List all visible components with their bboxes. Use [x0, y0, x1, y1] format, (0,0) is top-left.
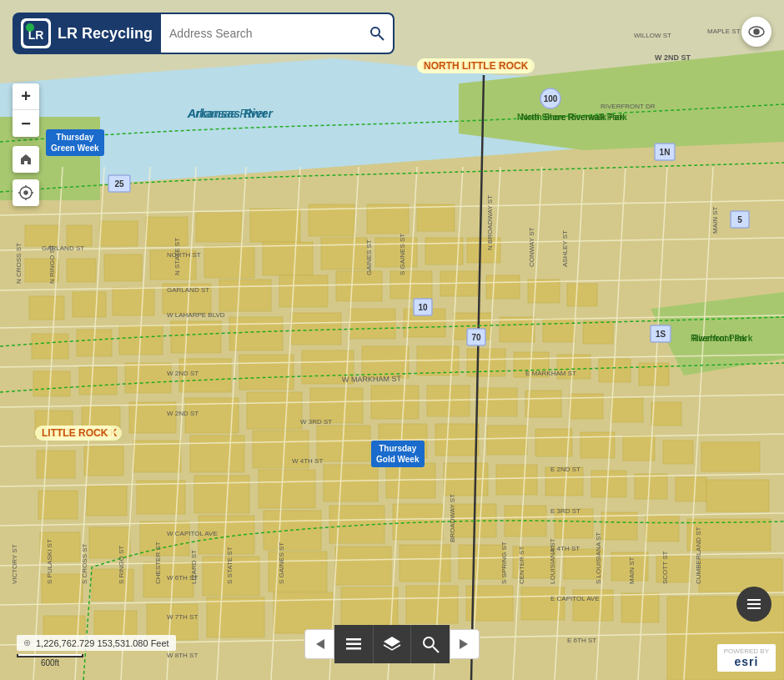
svg-rect-94	[259, 470, 315, 508]
svg-rect-10	[146, 217, 188, 246]
svg-text:10: 10	[418, 303, 428, 312]
toolbar-list-button[interactable]	[334, 625, 373, 663]
search-area[interactable]	[161, 13, 395, 54]
svg-rect-102	[676, 477, 706, 501]
visibility-button[interactable]	[741, 17, 771, 47]
svg-rect-56	[362, 346, 409, 378]
zoom-in-button[interactable]: +	[13, 83, 39, 110]
gold-week-badge: ThursdayGold Week	[371, 441, 425, 467]
svg-rect-91	[87, 486, 127, 516]
toolbar-search-button[interactable]	[411, 625, 450, 663]
svg-rect-22	[321, 238, 367, 269]
svg-rect-79	[190, 436, 244, 472]
svg-rect-31	[279, 275, 328, 307]
svg-rect-98	[496, 465, 537, 495]
svg-rect-63	[35, 411, 73, 437]
svg-rect-49	[583, 321, 613, 344]
svg-rect-250	[346, 643, 361, 646]
svg-rect-48	[543, 319, 575, 342]
svg-text:CHESTER ST: CHESTER ST	[154, 541, 162, 584]
svg-rect-85	[535, 429, 572, 456]
svg-marker-252	[384, 637, 400, 647]
search-button[interactable]	[369, 26, 384, 41]
svg-rect-115	[646, 516, 679, 541]
svg-text:E 6TH ST: E 6TH ST	[567, 637, 596, 644]
svg-rect-51	[79, 367, 117, 395]
svg-rect-78	[133, 441, 181, 472]
svg-rect-36	[528, 280, 560, 303]
svg-text:S LOUISIANA ST: S LOUISIANA ST	[595, 532, 602, 584]
svg-rect-26	[29, 296, 64, 320]
svg-rect-140	[621, 593, 659, 622]
svg-line-254	[433, 647, 439, 652]
svg-text:W LAHARPE BLVD: W LAHARPE BLVD	[167, 311, 225, 319]
svg-text:100: 100	[544, 94, 558, 103]
zoom-out-button[interactable]: −	[13, 110, 39, 137]
svg-marker-248	[316, 639, 324, 649]
scale-bar: 600ft	[17, 654, 83, 667]
svg-text:S RINGO ST: S RINGO ST	[118, 546, 125, 584]
svg-text:MAPLE ST: MAPLE ST	[707, 28, 741, 35]
svg-rect-247	[747, 607, 761, 609]
header: LR LR Recycling	[13, 13, 395, 54]
svg-rect-133	[207, 597, 264, 637]
search-input[interactable]	[169, 27, 369, 40]
svg-rect-44	[349, 309, 395, 339]
svg-text:5: 5	[737, 215, 742, 224]
home-button[interactable]	[13, 146, 39, 173]
svg-rect-122	[335, 547, 391, 585]
location-button[interactable]	[13, 179, 39, 206]
svg-rect-32	[336, 271, 382, 301]
svg-rect-50	[33, 371, 70, 396]
svg-text:N STATE ST: N STATE ST	[173, 238, 181, 275]
svg-text:MAIN ST: MAIN ST	[628, 557, 636, 584]
svg-rect-8	[67, 225, 92, 246]
toolbar-layers-button[interactable]	[373, 625, 411, 663]
list-icon-button[interactable]	[736, 587, 771, 622]
svg-text:GAINES ST: GAINES ST	[365, 239, 373, 275]
svg-text:1S: 1S	[656, 330, 666, 339]
svg-text:E 3RD ST: E 3RD ST	[550, 507, 580, 515]
svg-text:E MARKHAM ST: E MARKHAM ST	[525, 370, 576, 377]
svg-text:SCOTT ST: SCOTT ST	[661, 551, 669, 584]
svg-point-238	[24, 191, 28, 194]
svg-rect-30	[219, 280, 271, 311]
svg-rect-136	[406, 586, 458, 623]
svg-point-235	[371, 28, 379, 36]
svg-text:CENTER ST: CENTER ST	[518, 547, 525, 584]
map-container[interactable]: 100 10 70 1N 1S 5 25 W MARKHAM ST NORTH …	[0, 0, 784, 680]
svg-rect-67	[247, 392, 302, 429]
svg-rect-37	[567, 284, 597, 306]
svg-text:70: 70	[471, 333, 481, 342]
svg-rect-64	[82, 406, 120, 435]
svg-rect-246	[747, 603, 761, 605]
svg-text:N BROADWAY ST: N BROADWAY ST	[486, 195, 494, 250]
esri-logo: POWERED BY esri	[717, 644, 776, 672]
svg-text:S SPRING ST: S SPRING ST	[500, 541, 508, 584]
svg-text:S GAINES ST: S GAINES ST	[278, 542, 285, 584]
coordinates-text: 1,226,762.729 153,531.080 Feet	[36, 638, 169, 648]
svg-text:25: 25	[114, 179, 124, 189]
svg-text:LOUISIANA ST: LOUISIANA ST	[549, 538, 556, 584]
logo-area: LR LR Recycling	[13, 13, 161, 54]
svg-rect-106	[140, 521, 189, 556]
svg-text:E CAPITOL AVE: E CAPITOL AVE	[550, 595, 600, 602]
svg-text:W 2ND ST: W 2ND ST	[655, 53, 691, 62]
svg-text:N CROSS ST: N CROSS ST	[15, 243, 23, 284]
svg-rect-18	[104, 254, 142, 281]
toolbar-next-button[interactable]	[450, 629, 480, 659]
toolbar-prev-button[interactable]	[304, 629, 334, 659]
svg-rect-72	[525, 390, 561, 417]
green-week-badge: ThursdayGreen Week	[46, 129, 104, 156]
svg-rect-27	[73, 292, 106, 317]
bottom-toolbar	[304, 625, 480, 663]
svg-rect-15	[417, 204, 455, 231]
svg-text:E 2ND ST: E 2ND ST	[550, 466, 580, 473]
svg-rect-89	[701, 442, 760, 471]
esri-brand: esri	[724, 655, 769, 668]
svg-text:W CAPITOL AVE: W CAPITOL AVE	[167, 530, 218, 537]
svg-point-244	[754, 29, 759, 34]
svg-text:1N: 1N	[660, 148, 671, 157]
svg-rect-43	[291, 313, 341, 345]
svg-rect-135	[341, 587, 398, 627]
